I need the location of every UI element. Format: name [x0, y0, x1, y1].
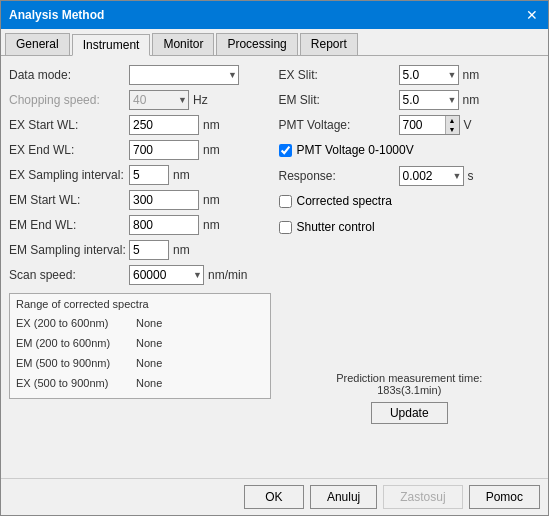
em-end-wl-row: EM End WL: nm [9, 214, 271, 236]
scan-speed-dropdown-wrapper: 60000 ▼ [129, 265, 204, 285]
response-dropdown-wrapper: 0.002 ▼ [399, 166, 464, 186]
em-end-wl-unit: nm [203, 218, 223, 232]
ex-start-wl-input[interactable] [129, 115, 199, 135]
corrected-range-value-2: None [136, 357, 162, 369]
close-button[interactable]: ✕ [524, 7, 540, 23]
corrected-range-row-2: EM (500 to 900nm) None [16, 354, 264, 372]
main-grid: Data mode: Fluorescence ▼ Chopping speed… [9, 64, 540, 424]
ok-button[interactable]: OK [244, 485, 304, 509]
corrected-spectra-checkbox[interactable] [279, 195, 292, 208]
em-start-wl-unit: nm [203, 193, 223, 207]
response-row: Response: 0.002 ▼ s [279, 165, 541, 187]
data-mode-label: Data mode: [9, 68, 129, 82]
ex-sampling-input[interactable] [129, 165, 169, 185]
pmt-voltage-spinbox: ▲ ▼ [399, 115, 460, 135]
pmt-voltage-checkbox[interactable] [279, 144, 292, 157]
apply-button[interactable]: Zastosuj [383, 485, 462, 509]
corrected-range-value-1: None [136, 337, 162, 349]
pmt-voltage-spin-buttons: ▲ ▼ [445, 116, 459, 134]
ex-slit-dropdown-wrapper: 5.0 ▼ [399, 65, 459, 85]
corrected-range-label-3: EX (500 to 900nm) [16, 377, 136, 389]
ex-slit-row: EX Slit: 5.0 ▼ nm [279, 64, 541, 86]
data-mode-select[interactable]: Fluorescence [129, 65, 239, 85]
em-sampling-input[interactable] [129, 240, 169, 260]
shutter-control-label: Shutter control [297, 220, 375, 234]
em-end-wl-input[interactable] [129, 215, 199, 235]
corrected-spectra-label: Corrected spectra [297, 194, 392, 208]
ex-slit-select[interactable]: 5.0 [399, 65, 459, 85]
corrected-range-row-3: EX (500 to 900nm) None [16, 374, 264, 392]
em-end-wl-label: EM End WL: [9, 218, 129, 232]
right-column: EX Slit: 5.0 ▼ nm EM Slit: 5.0 [279, 64, 541, 424]
scan-speed-row: Scan speed: 60000 ▼ nm/min [9, 264, 271, 286]
em-slit-select[interactable]: 5.0 [399, 90, 459, 110]
em-sampling-row: EM Sampling interval: nm [9, 239, 271, 261]
ex-sampling-row: EX Sampling interval: nm [9, 164, 271, 186]
ex-slit-unit: nm [463, 68, 483, 82]
corrected-spectra-row: Corrected spectra [279, 190, 541, 212]
em-slit-dropdown-wrapper: 5.0 ▼ [399, 90, 459, 110]
pmt-voltage-check-label: PMT Voltage 0-1000V [297, 143, 414, 157]
em-sampling-unit: nm [173, 243, 193, 257]
tab-bar: General Instrument Monitor Processing Re… [1, 29, 548, 56]
tab-report[interactable]: Report [300, 33, 358, 55]
chopping-speed-row: Chopping speed: 40 ▼ Hz [9, 89, 271, 111]
scan-speed-select[interactable]: 60000 [129, 265, 204, 285]
corrected-range-box: Range of corrected spectra EX (200 to 60… [9, 293, 271, 399]
ex-sampling-unit: nm [173, 168, 193, 182]
corrected-range-title: Range of corrected spectra [16, 298, 264, 310]
pmt-voltage-up-button[interactable]: ▲ [445, 116, 459, 125]
tab-processing[interactable]: Processing [216, 33, 297, 55]
prediction-area: Prediction measurement time: 183s(3.1min… [279, 242, 541, 424]
em-slit-unit: nm [463, 93, 483, 107]
ex-end-wl-input[interactable] [129, 140, 199, 160]
em-start-wl-label: EM Start WL: [9, 193, 129, 207]
pmt-voltage-input[interactable] [400, 116, 445, 134]
shutter-control-checkbox[interactable] [279, 221, 292, 234]
corrected-range-value-3: None [136, 377, 162, 389]
update-button[interactable]: Update [371, 402, 448, 424]
chopping-speed-unit: Hz [193, 93, 213, 107]
analysis-method-window: Analysis Method ✕ General Instrument Mon… [0, 0, 549, 516]
ex-sampling-label: EX Sampling interval: [9, 168, 129, 182]
ex-end-wl-unit: nm [203, 143, 223, 157]
corrected-range-row-0: EX (200 to 600nm) None [16, 314, 264, 332]
tab-instrument[interactable]: Instrument [72, 34, 151, 56]
corrected-range-label-0: EX (200 to 600nm) [16, 317, 136, 329]
ex-end-wl-label: EX End WL: [9, 143, 129, 157]
pmt-voltage-down-button[interactable]: ▼ [445, 125, 459, 134]
em-start-wl-input[interactable] [129, 190, 199, 210]
prediction-text: Prediction measurement time: 183s(3.1min… [336, 372, 482, 396]
footer: OK Anuluj Zastosuj Pomoc [1, 478, 548, 515]
corrected-range-value-0: None [136, 317, 162, 329]
em-slit-label: EM Slit: [279, 93, 399, 107]
scan-speed-label: Scan speed: [9, 268, 129, 282]
pmt-voltage-check-row: PMT Voltage 0-1000V [279, 139, 541, 161]
corrected-range-label-1: EM (200 to 600nm) [16, 337, 136, 349]
ex-start-wl-label: EX Start WL: [9, 118, 129, 132]
left-column: Data mode: Fluorescence ▼ Chopping speed… [9, 64, 271, 424]
help-button[interactable]: Pomoc [469, 485, 540, 509]
content-area: Data mode: Fluorescence ▼ Chopping speed… [1, 56, 548, 478]
pmt-voltage-row: PMT Voltage: ▲ ▼ V [279, 114, 541, 136]
chopping-speed-label: Chopping speed: [9, 93, 129, 107]
response-label: Response: [279, 169, 399, 183]
chopping-speed-select[interactable]: 40 [129, 90, 189, 110]
data-mode-row: Data mode: Fluorescence ▼ [9, 64, 271, 86]
pmt-voltage-label: PMT Voltage: [279, 118, 399, 132]
scan-speed-unit: nm/min [208, 268, 247, 282]
chopping-speed-dropdown-wrapper: 40 ▼ [129, 90, 189, 110]
pmt-voltage-unit: V [464, 118, 484, 132]
window-title: Analysis Method [9, 8, 104, 22]
tab-general[interactable]: General [5, 33, 70, 55]
ex-slit-label: EX Slit: [279, 68, 399, 82]
data-mode-dropdown-wrapper: Fluorescence ▼ [129, 65, 239, 85]
ex-start-wl-unit: nm [203, 118, 223, 132]
shutter-control-row: Shutter control [279, 216, 541, 238]
response-select[interactable]: 0.002 [399, 166, 464, 186]
cancel-button[interactable]: Anuluj [310, 485, 377, 509]
corrected-range-row-1: EM (200 to 600nm) None [16, 334, 264, 352]
ex-start-wl-row: EX Start WL: nm [9, 114, 271, 136]
em-start-wl-row: EM Start WL: nm [9, 189, 271, 211]
tab-monitor[interactable]: Monitor [152, 33, 214, 55]
